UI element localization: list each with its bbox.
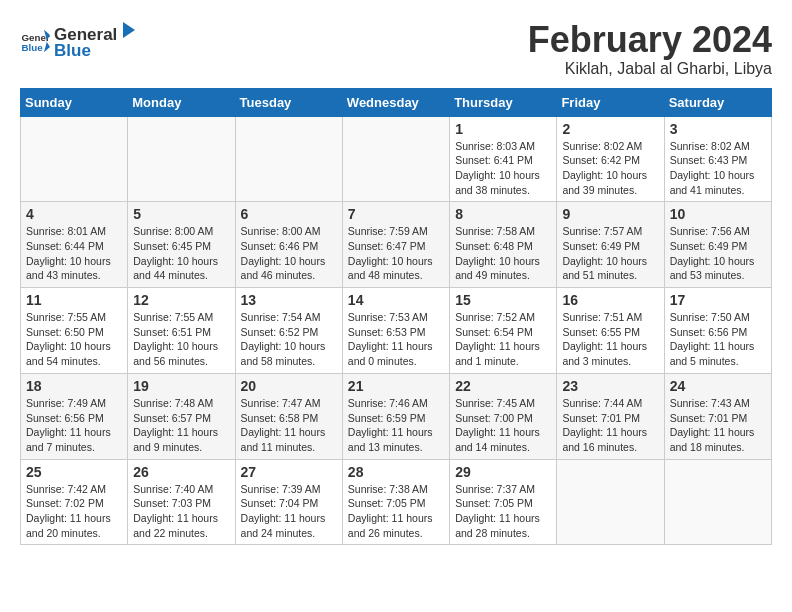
- day-info: Sunrise: 7:56 AM Sunset: 6:49 PM Dayligh…: [670, 224, 766, 283]
- day-info: Sunrise: 7:48 AM Sunset: 6:57 PM Dayligh…: [133, 396, 229, 455]
- table-row: 29Sunrise: 7:37 AM Sunset: 7:05 PM Dayli…: [450, 459, 557, 545]
- table-row: 14Sunrise: 7:53 AM Sunset: 6:53 PM Dayli…: [342, 288, 449, 374]
- table-row: 13Sunrise: 7:54 AM Sunset: 6:52 PM Dayli…: [235, 288, 342, 374]
- day-info: Sunrise: 8:03 AM Sunset: 6:41 PM Dayligh…: [455, 139, 551, 198]
- day-info: Sunrise: 7:55 AM Sunset: 6:51 PM Dayligh…: [133, 310, 229, 369]
- table-row: 8Sunrise: 7:58 AM Sunset: 6:48 PM Daylig…: [450, 202, 557, 288]
- header-monday: Monday: [128, 88, 235, 116]
- day-info: Sunrise: 7:51 AM Sunset: 6:55 PM Dayligh…: [562, 310, 658, 369]
- day-number: 16: [562, 292, 658, 308]
- day-number: 18: [26, 378, 122, 394]
- table-row: 9Sunrise: 7:57 AM Sunset: 6:49 PM Daylig…: [557, 202, 664, 288]
- table-row: 16Sunrise: 7:51 AM Sunset: 6:55 PM Dayli…: [557, 288, 664, 374]
- day-number: 8: [455, 206, 551, 222]
- page-subtitle: Kiklah, Jabal al Gharbi, Libya: [528, 60, 772, 78]
- table-row: 22Sunrise: 7:45 AM Sunset: 7:00 PM Dayli…: [450, 373, 557, 459]
- day-number: 22: [455, 378, 551, 394]
- svg-marker-3: [123, 22, 135, 38]
- logo-chevron-icon: [119, 20, 139, 40]
- header-saturday: Saturday: [664, 88, 771, 116]
- calendar-header-row: Sunday Monday Tuesday Wednesday Thursday…: [21, 88, 772, 116]
- calendar-week-row: 25Sunrise: 7:42 AM Sunset: 7:02 PM Dayli…: [21, 459, 772, 545]
- table-row: 1Sunrise: 8:03 AM Sunset: 6:41 PM Daylig…: [450, 116, 557, 202]
- day-number: 17: [670, 292, 766, 308]
- svg-text:Blue: Blue: [22, 41, 44, 52]
- table-row: 15Sunrise: 7:52 AM Sunset: 6:54 PM Dayli…: [450, 288, 557, 374]
- day-info: Sunrise: 8:02 AM Sunset: 6:42 PM Dayligh…: [562, 139, 658, 198]
- table-row: 18Sunrise: 7:49 AM Sunset: 6:56 PM Dayli…: [21, 373, 128, 459]
- day-info: Sunrise: 7:46 AM Sunset: 6:59 PM Dayligh…: [348, 396, 444, 455]
- logo-icon: General Blue: [20, 26, 50, 56]
- table-row: 21Sunrise: 7:46 AM Sunset: 6:59 PM Dayli…: [342, 373, 449, 459]
- table-row: [664, 459, 771, 545]
- table-row: [557, 459, 664, 545]
- day-info: Sunrise: 7:44 AM Sunset: 7:01 PM Dayligh…: [562, 396, 658, 455]
- day-number: 4: [26, 206, 122, 222]
- calendar-week-row: 1Sunrise: 8:03 AM Sunset: 6:41 PM Daylig…: [21, 116, 772, 202]
- table-row: 23Sunrise: 7:44 AM Sunset: 7:01 PM Dayli…: [557, 373, 664, 459]
- day-info: Sunrise: 7:57 AM Sunset: 6:49 PM Dayligh…: [562, 224, 658, 283]
- day-info: Sunrise: 8:02 AM Sunset: 6:43 PM Dayligh…: [670, 139, 766, 198]
- day-number: 3: [670, 121, 766, 137]
- table-row: 4Sunrise: 8:01 AM Sunset: 6:44 PM Daylig…: [21, 202, 128, 288]
- table-row: 25Sunrise: 7:42 AM Sunset: 7:02 PM Dayli…: [21, 459, 128, 545]
- calendar-week-row: 11Sunrise: 7:55 AM Sunset: 6:50 PM Dayli…: [21, 288, 772, 374]
- table-row: [21, 116, 128, 202]
- day-number: 21: [348, 378, 444, 394]
- day-info: Sunrise: 7:50 AM Sunset: 6:56 PM Dayligh…: [670, 310, 766, 369]
- table-row: 24Sunrise: 7:43 AM Sunset: 7:01 PM Dayli…: [664, 373, 771, 459]
- day-number: 29: [455, 464, 551, 480]
- table-row: 28Sunrise: 7:38 AM Sunset: 7:05 PM Dayli…: [342, 459, 449, 545]
- day-number: 23: [562, 378, 658, 394]
- table-row: 17Sunrise: 7:50 AM Sunset: 6:56 PM Dayli…: [664, 288, 771, 374]
- day-number: 1: [455, 121, 551, 137]
- day-info: Sunrise: 7:59 AM Sunset: 6:47 PM Dayligh…: [348, 224, 444, 283]
- logo: General Blue General Blue: [20, 20, 139, 61]
- day-number: 14: [348, 292, 444, 308]
- table-row: 12Sunrise: 7:55 AM Sunset: 6:51 PM Dayli…: [128, 288, 235, 374]
- day-number: 10: [670, 206, 766, 222]
- day-info: Sunrise: 7:58 AM Sunset: 6:48 PM Dayligh…: [455, 224, 551, 283]
- day-info: Sunrise: 7:52 AM Sunset: 6:54 PM Dayligh…: [455, 310, 551, 369]
- day-number: 6: [241, 206, 337, 222]
- table-row: 20Sunrise: 7:47 AM Sunset: 6:58 PM Dayli…: [235, 373, 342, 459]
- header-thursday: Thursday: [450, 88, 557, 116]
- day-info: Sunrise: 8:00 AM Sunset: 6:46 PM Dayligh…: [241, 224, 337, 283]
- calendar-week-row: 18Sunrise: 7:49 AM Sunset: 6:56 PM Dayli…: [21, 373, 772, 459]
- day-number: 5: [133, 206, 229, 222]
- header-wednesday: Wednesday: [342, 88, 449, 116]
- title-section: February 2024 Kiklah, Jabal al Gharbi, L…: [528, 20, 772, 78]
- table-row: 26Sunrise: 7:40 AM Sunset: 7:03 PM Dayli…: [128, 459, 235, 545]
- day-number: 19: [133, 378, 229, 394]
- day-info: Sunrise: 7:39 AM Sunset: 7:04 PM Dayligh…: [241, 482, 337, 541]
- day-number: 20: [241, 378, 337, 394]
- table-row: 3Sunrise: 8:02 AM Sunset: 6:43 PM Daylig…: [664, 116, 771, 202]
- day-info: Sunrise: 7:55 AM Sunset: 6:50 PM Dayligh…: [26, 310, 122, 369]
- day-info: Sunrise: 7:42 AM Sunset: 7:02 PM Dayligh…: [26, 482, 122, 541]
- page-header: General Blue General Blue February 2024 …: [20, 20, 772, 78]
- day-number: 7: [348, 206, 444, 222]
- table-row: 7Sunrise: 7:59 AM Sunset: 6:47 PM Daylig…: [342, 202, 449, 288]
- page-title: February 2024: [528, 20, 772, 60]
- day-info: Sunrise: 8:00 AM Sunset: 6:45 PM Dayligh…: [133, 224, 229, 283]
- day-number: 25: [26, 464, 122, 480]
- header-tuesday: Tuesday: [235, 88, 342, 116]
- day-number: 15: [455, 292, 551, 308]
- day-info: Sunrise: 7:45 AM Sunset: 7:00 PM Dayligh…: [455, 396, 551, 455]
- day-number: 9: [562, 206, 658, 222]
- header-friday: Friday: [557, 88, 664, 116]
- day-number: 2: [562, 121, 658, 137]
- day-info: Sunrise: 7:54 AM Sunset: 6:52 PM Dayligh…: [241, 310, 337, 369]
- table-row: 10Sunrise: 7:56 AM Sunset: 6:49 PM Dayli…: [664, 202, 771, 288]
- day-number: 26: [133, 464, 229, 480]
- day-number: 28: [348, 464, 444, 480]
- calendar-week-row: 4Sunrise: 8:01 AM Sunset: 6:44 PM Daylig…: [21, 202, 772, 288]
- table-row: 5Sunrise: 8:00 AM Sunset: 6:45 PM Daylig…: [128, 202, 235, 288]
- table-row: [342, 116, 449, 202]
- calendar-table: Sunday Monday Tuesday Wednesday Thursday…: [20, 88, 772, 546]
- day-info: Sunrise: 7:37 AM Sunset: 7:05 PM Dayligh…: [455, 482, 551, 541]
- day-number: 13: [241, 292, 337, 308]
- day-number: 27: [241, 464, 337, 480]
- day-info: Sunrise: 7:38 AM Sunset: 7:05 PM Dayligh…: [348, 482, 444, 541]
- header-sunday: Sunday: [21, 88, 128, 116]
